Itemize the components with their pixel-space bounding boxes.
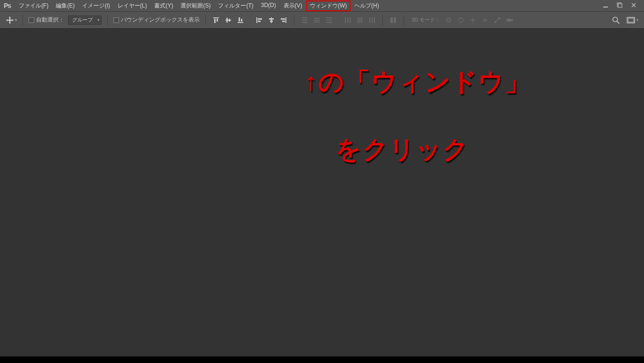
dist-right-icon (367, 15, 377, 25)
svg-rect-26 (314, 22, 320, 23)
3d-orbit-icon (444, 15, 453, 25)
svg-rect-36 (369, 17, 370, 23)
svg-rect-13 (258, 18, 262, 20)
menu-window[interactable]: ウィンドウ(W) (307, 1, 350, 11)
menu-view[interactable]: 表示(V) (280, 1, 306, 11)
menu-filter[interactable]: フィルター(T) (215, 1, 256, 11)
show-bbox-label: バウンディングボックスを表示 (121, 16, 200, 24)
svg-rect-7 (226, 18, 228, 23)
svg-point-41 (446, 18, 451, 23)
screen-mode-icon[interactable]: ▾ (627, 17, 638, 23)
maximize-button[interactable] (616, 2, 623, 9)
svg-rect-30 (345, 17, 346, 23)
svg-rect-25 (314, 20, 320, 21)
svg-rect-4 (214, 19, 216, 23)
svg-rect-11 (241, 19, 242, 22)
menu-type[interactable]: 書式(Y) (151, 1, 176, 11)
svg-point-43 (458, 18, 463, 23)
svg-rect-5 (217, 19, 218, 22)
menu-help[interactable]: ヘルプ(H) (351, 1, 382, 11)
align-vcenter-icon[interactable] (224, 15, 233, 25)
3d-roll-icon (456, 15, 465, 25)
window-controls (602, 2, 640, 9)
svg-rect-27 (326, 17, 332, 18)
svg-rect-46 (498, 17, 500, 19)
canvas-area: ↑の「ウィンドウ」 をクリック (0, 29, 644, 363)
svg-rect-2 (618, 4, 622, 8)
svg-rect-16 (269, 18, 274, 20)
dropdown-value: グループ (72, 16, 93, 23)
align-group-horizontal (255, 15, 288, 25)
svg-rect-18 (285, 17, 286, 23)
dist-hcenter-icon (355, 15, 365, 25)
auto-select-label: 自動選択： (36, 16, 64, 24)
svg-rect-29 (326, 22, 332, 23)
3d-mode-label: 3D モード： (412, 16, 440, 23)
move-icon (6, 16, 14, 24)
distribute-group-horizontal (343, 15, 377, 25)
svg-rect-32 (350, 17, 351, 23)
auto-select-dropdown[interactable]: グループ ▾ (68, 15, 102, 25)
annotation-line-1: ↑の「ウィンドウ」 (305, 65, 531, 99)
svg-rect-50 (628, 18, 634, 22)
svg-rect-15 (271, 17, 272, 23)
svg-rect-22 (302, 20, 307, 21)
chevron-down-icon: ▾ (637, 18, 638, 22)
app-logo: Ps (4, 2, 11, 9)
svg-rect-33 (358, 17, 359, 23)
auto-select-checkbox[interactable]: 自動選択： (29, 16, 64, 24)
chevron-down-icon: ▾ (15, 18, 17, 22)
dist-left-icon (343, 15, 352, 25)
align-top-icon[interactable] (211, 15, 221, 25)
align-bottom-icon[interactable] (236, 15, 245, 25)
show-bbox-checkbox[interactable]: バウンディングボックスを表示 (113, 16, 200, 24)
svg-point-42 (446, 19, 451, 21)
svg-rect-19 (281, 18, 285, 20)
separator (404, 15, 404, 25)
menu-select[interactable]: 選択範囲(S) (177, 1, 214, 11)
svg-rect-9 (238, 22, 243, 23)
auto-align-icon (389, 15, 398, 25)
menu-items: ファイル(F) 編集(E) イメージ(I) レイヤー(L) 書式(Y) 選択範囲… (15, 1, 382, 11)
search-icon[interactable] (612, 16, 620, 24)
3d-pan-icon (468, 15, 478, 25)
align-right-icon[interactable] (279, 15, 288, 25)
chevron-down-icon: ▾ (97, 18, 99, 22)
svg-rect-23 (302, 22, 307, 23)
svg-rect-12 (256, 17, 257, 23)
minimize-button[interactable] (602, 2, 609, 9)
svg-rect-31 (347, 17, 348, 23)
separator (107, 15, 108, 25)
svg-rect-34 (359, 17, 360, 23)
right-tools: ▾ (612, 16, 638, 24)
svg-rect-39 (390, 17, 393, 23)
svg-rect-0 (603, 7, 608, 8)
checkbox-icon (29, 17, 34, 23)
3d-scale-icon (493, 15, 502, 25)
svg-rect-14 (258, 21, 261, 22)
align-group-vertical (211, 15, 245, 25)
svg-rect-35 (361, 17, 362, 23)
svg-rect-6 (225, 20, 231, 21)
svg-point-48 (613, 17, 618, 22)
move-tool-indicator[interactable]: ▾ (6, 16, 17, 24)
menu-3d[interactable]: 3D(D) (258, 1, 279, 11)
svg-rect-20 (282, 21, 285, 22)
align-hcenter-icon[interactable] (267, 15, 276, 25)
separator (382, 15, 383, 25)
3d-mode-icons (444, 15, 514, 25)
menu-edit[interactable]: 編集(E) (52, 1, 78, 11)
svg-rect-10 (239, 17, 240, 22)
align-left-icon[interactable] (255, 15, 264, 25)
menu-image[interactable]: イメージ(I) (79, 1, 113, 11)
close-button[interactable] (630, 2, 637, 9)
svg-rect-24 (314, 18, 320, 19)
svg-rect-47 (507, 19, 511, 22)
app-window: Ps ファイル(F) 編集(E) イメージ(I) レイヤー(L) 書式(Y) 選… (0, 0, 644, 363)
menu-layer[interactable]: レイヤー(L) (114, 1, 150, 11)
menu-file[interactable]: ファイル(F) (15, 1, 52, 11)
svg-rect-40 (394, 17, 396, 23)
checkbox-icon (113, 17, 119, 23)
distribute-group-vertical (300, 15, 334, 25)
separator (294, 15, 294, 25)
